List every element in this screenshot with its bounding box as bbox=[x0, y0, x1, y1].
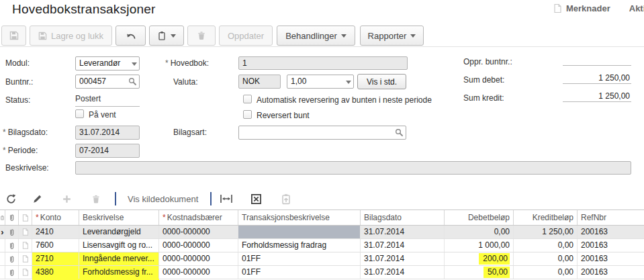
table-row[interactable]: 7600 Lisensavgift og ro... 0000-000000 F… bbox=[0, 239, 644, 252]
search-icon[interactable] bbox=[128, 77, 137, 86]
note-icon[interactable] bbox=[19, 226, 32, 238]
fit-width-button[interactable] bbox=[220, 193, 233, 205]
app-window: Hovedbokstransaksjoner Merknader Aktiv L… bbox=[0, 0, 644, 280]
save-and-close-button: Lagre og lukk bbox=[30, 26, 112, 46]
refresh-button[interactable] bbox=[5, 193, 17, 205]
valuta-rate-value: 1,00 bbox=[291, 77, 306, 86]
aktiviteter-link[interactable]: Aktiv bbox=[629, 3, 644, 13]
attachment-icon[interactable] bbox=[5, 266, 19, 279]
cell-transaksjonsbeskrivelse[interactable] bbox=[238, 226, 361, 238]
required-marker: * bbox=[36, 213, 39, 222]
valuta-rate-select[interactable]: 1,00 bbox=[287, 75, 354, 89]
cell-debetbelop[interactable]: 200,00 bbox=[445, 252, 514, 265]
cell-kostnadsbaerer[interactable]: 0000-000000 bbox=[159, 266, 238, 279]
note-icon bbox=[553, 3, 562, 13]
row-settings-icon[interactable] bbox=[0, 210, 5, 225]
cell-beskrivelse[interactable]: Lisensavgift og ro... bbox=[79, 239, 159, 252]
column-header-refnbr[interactable]: RefNbr bbox=[578, 210, 644, 225]
attachment-icon[interactable] bbox=[5, 226, 19, 238]
vis-kildedokument-button[interactable]: Vis kildedokument bbox=[128, 193, 198, 205]
cell-kostnadsbaerer[interactable]: 0000-000000 bbox=[159, 226, 238, 238]
attachment-column-icon bbox=[5, 210, 19, 225]
column-header-bilagsdato[interactable]: Bilagsdato bbox=[361, 210, 445, 225]
column-header-kostnadsbaerer[interactable]: *Kostnadsbærer bbox=[159, 210, 238, 225]
add-row-button bbox=[62, 193, 72, 205]
cell-konto[interactable]: 4380 bbox=[32, 266, 79, 279]
cell-debetbelop[interactable]: 0,00 bbox=[445, 226, 514, 238]
row-marker bbox=[0, 252, 5, 265]
merknader-link[interactable]: Merknader bbox=[566, 3, 610, 13]
modul-value: Leverandør bbox=[79, 58, 120, 68]
grid-header-row: *Konto Beskrivelse *Kostnadsbærer Transa… bbox=[0, 210, 644, 226]
table-row[interactable]: 2710 Inngående merver... 0000-000000 01F… bbox=[0, 252, 644, 266]
cell-konto[interactable]: 7600 bbox=[32, 239, 79, 252]
highlighted-value: 200,00 bbox=[479, 253, 510, 265]
cell-transaksjonsbeskrivelse[interactable]: 01FF bbox=[238, 266, 361, 279]
note-icon[interactable] bbox=[19, 239, 32, 252]
beskrivelse-label: Beskrivelse: bbox=[5, 163, 49, 173]
cell-debetbelop[interactable]: 1 000,00 bbox=[445, 239, 514, 252]
attachment-icon[interactable] bbox=[5, 252, 19, 265]
edit-button[interactable] bbox=[32, 193, 43, 205]
cell-refnbr[interactable]: 200163 bbox=[578, 266, 644, 279]
cell-refnbr[interactable]: 200163 bbox=[578, 252, 644, 265]
auto-reversering-label: Automatisk reversering av bunten i neste… bbox=[257, 95, 432, 105]
save-and-close-label: Lagre og lukk bbox=[51, 31, 103, 41]
cell-kostnadsbaerer[interactable]: 0000-000000 bbox=[159, 252, 238, 265]
column-header-beskrivelse[interactable]: Beskrivelse bbox=[79, 210, 159, 225]
page-title: Hovedbokstransaksjoner bbox=[12, 2, 156, 17]
column-header-konto[interactable]: *Konto bbox=[32, 210, 79, 225]
reversert-bunt-checkbox[interactable] bbox=[243, 110, 252, 119]
reports-label: Rapporter bbox=[368, 31, 407, 41]
clipboard-button[interactable] bbox=[149, 26, 184, 46]
cell-beskrivelse[interactable]: Inngående merver... bbox=[79, 252, 159, 265]
cell-bilagsdato[interactable]: 31.07.2014 bbox=[361, 226, 445, 238]
cell-transaksjonsbeskrivelse[interactable]: 01FF bbox=[238, 252, 361, 265]
cell-kreditbelop[interactable]: 0,00 bbox=[514, 239, 578, 252]
cell-beskrivelse[interactable]: Leverandørgjeld bbox=[79, 226, 159, 238]
export-excel-button[interactable] bbox=[250, 193, 262, 205]
oppr-buntnr-value bbox=[563, 55, 631, 66]
vis-kildedokument-label: Vis kildedokument bbox=[128, 194, 198, 204]
undo-button[interactable] bbox=[116, 26, 146, 46]
cell-refnbr[interactable]: 200163 bbox=[578, 239, 644, 252]
cell-kreditbelop[interactable]: 0,00 bbox=[514, 266, 578, 279]
cell-debetbelop[interactable]: 50,00 bbox=[445, 266, 514, 279]
periode-field: 07-2014 bbox=[75, 144, 140, 158]
actions-button[interactable]: Behandlinger bbox=[277, 26, 355, 46]
column-header-transaksjonsbeskrivelse[interactable]: Transaksjonsbeskrivelse bbox=[238, 210, 361, 225]
chevron-down-icon bbox=[410, 34, 416, 38]
chevron-down-icon bbox=[171, 34, 176, 38]
save-button bbox=[1, 26, 26, 46]
cell-beskrivelse[interactable]: Forholdsmessig fr... bbox=[79, 266, 159, 279]
table-row[interactable]: › 2410 Leverandørgjeld 0000-000000 31.07… bbox=[0, 226, 644, 239]
save-icon bbox=[38, 32, 47, 40]
cell-konto[interactable]: 2710 bbox=[32, 252, 79, 265]
beskrivelse-field bbox=[75, 161, 631, 175]
auto-reversering-checkbox[interactable] bbox=[243, 95, 252, 103]
note-icon[interactable] bbox=[19, 252, 32, 265]
cell-transaksjonsbeskrivelse[interactable]: Forholdsmessig fradrag bbox=[238, 239, 361, 252]
cell-refnbr[interactable]: 200163 bbox=[578, 226, 644, 238]
pa-vent-checkbox[interactable] bbox=[75, 109, 84, 118]
table-row[interactable]: 4380 Forholdsmessig fr... 0000-000000 01… bbox=[0, 266, 644, 279]
vis-i-std-button[interactable]: Vis i std. bbox=[357, 74, 406, 89]
cell-kreditbelop[interactable]: 0,00 bbox=[514, 252, 578, 265]
modul-select[interactable]: Leverandør bbox=[75, 56, 140, 71]
reports-button[interactable]: Rapporter bbox=[360, 26, 424, 46]
attachment-icon[interactable] bbox=[5, 239, 19, 252]
cell-bilagsdato[interactable]: 31.07.2014 bbox=[361, 252, 445, 265]
cell-bilagsdato[interactable]: 31.07.2014 bbox=[361, 266, 445, 279]
cell-kostnadsbaerer[interactable]: 0000-000000 bbox=[159, 239, 238, 252]
search-icon[interactable] bbox=[395, 128, 404, 137]
buntnr-input[interactable]: 000457 bbox=[75, 75, 140, 89]
cell-bilagsdato[interactable]: 31.07.2014 bbox=[361, 239, 445, 252]
column-header-kreditbelop[interactable]: Kreditbeløp bbox=[514, 210, 578, 225]
row-marker bbox=[0, 239, 5, 252]
cell-konto[interactable]: 2410 bbox=[32, 226, 79, 238]
column-header-debetbelop[interactable]: Debetbeløp bbox=[445, 210, 514, 225]
cell-kreditbelop[interactable]: 1 250,00 bbox=[514, 226, 578, 238]
note-icon[interactable] bbox=[19, 266, 32, 279]
update-button: Oppdater bbox=[219, 26, 273, 46]
bilagsart-input[interactable] bbox=[238, 126, 406, 140]
